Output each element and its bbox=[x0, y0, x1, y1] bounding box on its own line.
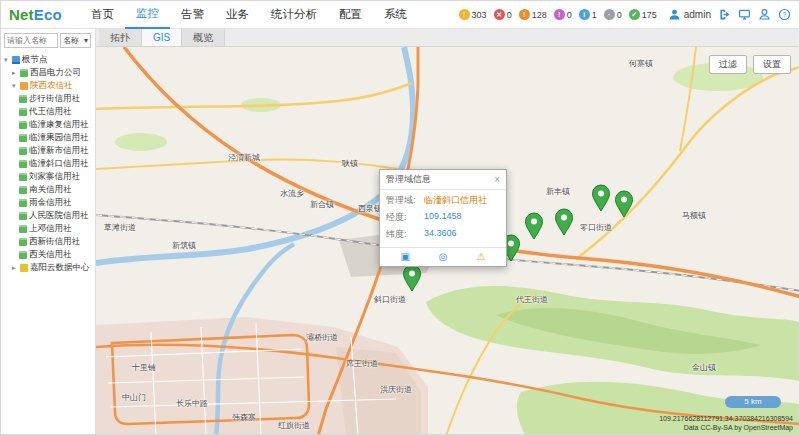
nav-service[interactable]: 业务 bbox=[215, 1, 260, 29]
search-input[interactable] bbox=[4, 33, 58, 48]
device-tree-panel: 名称 ▾ ▾根节点 ▸西昌电力公司 ▾陕西农信社 步行街信用社 代王信用社 临潼… bbox=[1, 29, 96, 434]
monitor-action-icon[interactable]: ▣ bbox=[400, 251, 409, 263]
nav-home[interactable]: 首页 bbox=[80, 1, 125, 29]
settings-button[interactable]: 设置 bbox=[753, 55, 791, 74]
offline-icon: · bbox=[604, 9, 615, 20]
current-user[interactable]: admin bbox=[668, 8, 711, 21]
org-icon bbox=[20, 82, 28, 90]
site-icon bbox=[19, 160, 27, 168]
collapse-icon[interactable]: ▾ bbox=[12, 82, 18, 90]
nav-config[interactable]: 配置 bbox=[328, 1, 373, 29]
tree-node-root[interactable]: ▾根节点 bbox=[4, 53, 92, 66]
popup-actions: ▣ ◎ ⚠ bbox=[380, 247, 506, 266]
locate-action-icon[interactable]: ◎ bbox=[439, 251, 448, 263]
badge-count: 0 bbox=[507, 10, 512, 20]
monitor-icon[interactable] bbox=[738, 8, 751, 21]
tree-node[interactable]: 雨金信用社 bbox=[4, 196, 92, 209]
alarm-badge-minor[interactable]: ! 303 bbox=[459, 9, 487, 20]
monitor-icon bbox=[12, 56, 20, 64]
popup-header: 管理域信息 × bbox=[380, 170, 506, 190]
site-icon bbox=[20, 69, 28, 77]
tree-node[interactable]: 临潼斜口信用社 bbox=[4, 157, 92, 170]
svg-text:?: ? bbox=[783, 11, 787, 18]
nav-monitor[interactable]: 监控 bbox=[125, 1, 170, 29]
username-label: admin bbox=[684, 9, 711, 20]
logout-icon[interactable] bbox=[718, 8, 731, 21]
site-icon bbox=[19, 134, 27, 142]
filter-button[interactable]: 过滤 bbox=[709, 55, 747, 74]
chevron-down-icon: ▾ bbox=[84, 36, 88, 45]
tree-node[interactable]: 刘家寨信用社 bbox=[4, 170, 92, 183]
close-icon[interactable]: × bbox=[494, 175, 500, 185]
collapse-icon[interactable]: ▾ bbox=[4, 56, 10, 64]
badge-count: 0 bbox=[567, 10, 572, 20]
field-label: 纬度: bbox=[386, 228, 424, 241]
alarm-action-icon[interactable]: ⚠ bbox=[477, 251, 486, 263]
map-controls: 过滤 设置 bbox=[709, 55, 791, 74]
site-icon bbox=[19, 251, 27, 259]
gis-map[interactable]: 何寨镇 泾渭新城 耿镇 水流乡 新合镇 西泉镇 新丰镇 马额镇 零口街道 草滩街… bbox=[96, 47, 799, 434]
tree-node-cloud[interactable]: ▸嘉阳云数据中心 bbox=[4, 261, 92, 274]
popup-row-domain: 管理域: 临潼斜口信用社 bbox=[380, 190, 506, 207]
event-icon: i bbox=[579, 9, 590, 20]
tree-node[interactable]: 南关信用社 bbox=[4, 183, 92, 196]
tree-node[interactable]: 步行街信用社 bbox=[4, 92, 92, 105]
nav-statistics[interactable]: 统计分析 bbox=[260, 1, 328, 29]
latitude-value: 34.3606 bbox=[424, 228, 457, 241]
expand-icon[interactable]: ▸ bbox=[12, 69, 18, 77]
user-settings-icon[interactable] bbox=[758, 8, 771, 21]
tree-node[interactable]: 上邓信用社 bbox=[4, 222, 92, 235]
normal-badge[interactable]: ✓ 175 bbox=[629, 9, 657, 20]
tree-node[interactable]: 临潼果园信用社 bbox=[4, 131, 92, 144]
site-icon bbox=[19, 95, 27, 103]
site-icon bbox=[19, 147, 27, 155]
major-alarm-icon: ! bbox=[519, 9, 530, 20]
badge-count: 128 bbox=[532, 10, 547, 20]
event-badge[interactable]: i 1 bbox=[579, 9, 597, 20]
site-icon bbox=[19, 121, 27, 129]
search-type-label: 名称 bbox=[63, 35, 79, 46]
tree-node[interactable]: 西新街信用社 bbox=[4, 235, 92, 248]
main-nav: 首页 监控 告警 业务 统计分析 配置 系统 bbox=[80, 1, 418, 29]
badge-count: 1 bbox=[592, 10, 597, 20]
tree-node-selected[interactable]: ▾陕西农信社 bbox=[4, 79, 92, 92]
badge-count: 303 bbox=[472, 10, 487, 20]
nav-alarm[interactable]: 告警 bbox=[170, 1, 215, 29]
alarm-badge-critical[interactable]: ✕ 0 bbox=[494, 9, 512, 20]
badge-count: 175 bbox=[642, 10, 657, 20]
tree-node[interactable]: 代王信用社 bbox=[4, 105, 92, 118]
tree-node[interactable]: ▸西昌电力公司 bbox=[4, 66, 92, 79]
device-tree: ▾根节点 ▸西昌电力公司 ▾陕西农信社 步行街信用社 代王信用社 临潼康复信用社… bbox=[4, 53, 92, 274]
tree-node[interactable]: 西关信用社 bbox=[4, 248, 92, 261]
offline-badge[interactable]: · 0 bbox=[604, 9, 622, 20]
tab-overview[interactable]: 概览 bbox=[182, 29, 225, 46]
alarm-badge-warning[interactable]: ! 0 bbox=[554, 9, 572, 20]
popup-row-latitude: 纬度: 34.3606 bbox=[380, 224, 506, 241]
search-type-select[interactable]: 名称 ▾ bbox=[60, 33, 91, 48]
top-bar: NetEco 首页 监控 告警 业务 统计分析 配置 系统 ! 303 ✕ 0 … bbox=[1, 1, 799, 29]
logo-eco: Eco bbox=[34, 6, 62, 23]
alarm-badge-major[interactable]: ! 128 bbox=[519, 9, 547, 20]
neteco-logo: NetEco bbox=[9, 6, 62, 23]
help-icon[interactable]: ? bbox=[778, 8, 791, 21]
view-tabbar: 拓扑 GIS 概览 bbox=[96, 29, 799, 47]
user-avatar-icon bbox=[668, 8, 681, 21]
tab-gis[interactable]: GIS bbox=[142, 29, 182, 46]
top-right-area: ! 303 ✕ 0 ! 128 ! 0 i 1 · 0 bbox=[459, 8, 791, 21]
site-icon bbox=[19, 225, 27, 233]
neteco-window: NetEco 首页 监控 告警 业务 统计分析 配置 系统 ! 303 ✕ 0 … bbox=[0, 0, 800, 435]
site-icon bbox=[19, 186, 27, 194]
cloud-icon bbox=[20, 264, 28, 272]
tree-node[interactable]: 临潼新市信用社 bbox=[4, 144, 92, 157]
tree-node[interactable]: 人民医院信用社 bbox=[4, 209, 92, 222]
domain-info-popup: 管理域信息 × 管理域: 临潼斜口信用社 经度: 109.1458 纬度: 34… bbox=[379, 169, 507, 267]
domain-value: 临潼斜口信用社 bbox=[424, 194, 487, 207]
tree-node[interactable]: 临潼康复信用社 bbox=[4, 118, 92, 131]
cursor-coordinates: 109.2176628112791,34.370384216308594 bbox=[659, 415, 793, 422]
site-icon bbox=[19, 212, 27, 220]
tab-topology[interactable]: 拓扑 bbox=[99, 29, 142, 46]
nav-system[interactable]: 系统 bbox=[373, 1, 418, 29]
expand-icon[interactable]: ▸ bbox=[12, 264, 18, 272]
warning-alarm-icon: ! bbox=[554, 9, 565, 20]
popup-title: 管理域信息 bbox=[386, 173, 431, 186]
